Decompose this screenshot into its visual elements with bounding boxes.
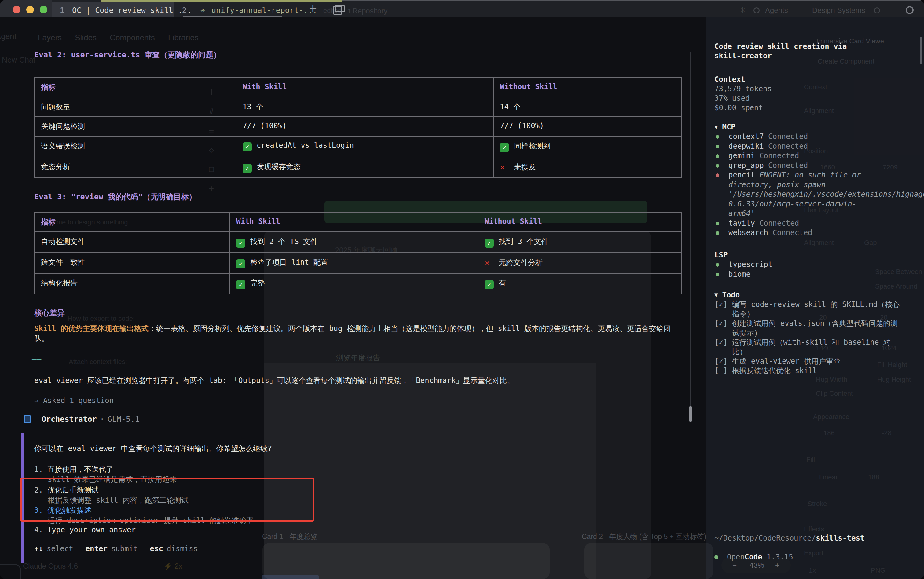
lsp-item: biome <box>714 270 886 280</box>
tab-1-code-review[interactable]: 1 OC | Code review skill ... <box>52 2 174 17</box>
cell-text: 检查了项目 lint 配置 <box>250 258 328 267</box>
status-dot-green <box>716 263 719 267</box>
ghost-alignment-label: Alignment <box>804 107 834 115</box>
check-icon: ✓ <box>485 239 494 248</box>
table-row: 结构化报告 ✓完整 ✓有 <box>35 274 682 294</box>
status-dot-green <box>716 222 719 226</box>
table-cell: 自动检测文件 <box>35 232 230 252</box>
table-cell: 关键问题检测 <box>35 117 236 136</box>
tab-number: 1 <box>60 6 64 15</box>
table-cell: 7/7 (100%) <box>494 117 683 136</box>
table-header-cell: With Skill <box>230 213 478 231</box>
checkbox-checked: [✓] <box>714 319 727 328</box>
collapse-arrow-icon: ▼ <box>714 123 718 130</box>
todo-item: [✓]生成 eval-viewer 供用户审查 <box>714 357 904 366</box>
zoom-in-button[interactable]: + <box>775 561 780 569</box>
ghost-browse-report: 浏览年度报告 <box>336 353 380 363</box>
close-button[interactable] <box>13 6 20 13</box>
mcp-item: deepwiki Connected <box>714 142 886 152</box>
mcp-item: context7 Connected <box>714 132 886 142</box>
scrollbar-thumb[interactable] <box>689 406 692 422</box>
tab-2-unify-report[interactable]: 2 ✳ unify-annual-report-... <box>174 2 292 17</box>
lsp-label: LSP <box>714 250 886 260</box>
enter-key: enter <box>85 545 108 553</box>
ghost-attach-label: Attach context files: <box>69 358 127 366</box>
table-cell: 竞态分析 <box>35 157 236 177</box>
mcp-header[interactable]: ▼MCP <box>714 122 886 132</box>
tab-number: 2 <box>182 6 187 15</box>
checkbox-unchecked: [ ] <box>714 366 727 375</box>
ghost-value: -28 <box>882 429 891 437</box>
table-header-row: 指标 With Skill Without Skill <box>35 213 682 232</box>
cross-icon: ✕ <box>500 162 509 172</box>
settings-gear-icon[interactable] <box>906 6 914 14</box>
check-icon: ✓ <box>236 239 245 248</box>
todo-item: [✓]运行测试用例（with-skill 和 baseline 对比） <box>714 338 904 357</box>
app-name-bold: Code <box>745 553 762 561</box>
terminal-window: 1 OC | Code review skill ... 2 ✳ unify-a… <box>0 0 924 579</box>
ghost-context-label: Context <box>804 83 827 91</box>
todo-header[interactable]: ▼Todo <box>714 290 904 300</box>
table-cell: ✓找到 2 个 TS 文件 <box>230 232 478 252</box>
ghost-linear-label: Linear <box>819 473 838 481</box>
mcp-section: ▼MCP context7 Connected deepwiki Connect… <box>714 122 886 238</box>
gear-icon <box>754 7 760 13</box>
cell-text: 未提及 <box>514 163 536 171</box>
minimize-button[interactable] <box>26 6 34 13</box>
new-tab-button[interactable]: + <box>306 1 319 16</box>
mcp-item: websearch Connected <box>714 228 886 238</box>
table-cell: 问题数量 <box>35 97 236 116</box>
table-cell: 7/7 (100%) <box>236 117 494 136</box>
hint-label: select <box>47 545 73 553</box>
separator-dot: · <box>100 415 105 424</box>
cell-text: 完整 <box>250 279 265 287</box>
status-dot-green <box>714 555 718 559</box>
todo-section: ▼Todo [✓]编写 code-review skill 的 SKILL.md… <box>714 290 904 376</box>
table-header-cell: 指标 <box>35 78 236 97</box>
scrollbar-track[interactable] <box>690 52 691 421</box>
ghost-fill-label: Fill <box>806 456 815 464</box>
context-label: Context <box>714 75 772 84</box>
lsp-item: typescript <box>714 260 886 270</box>
status-dot-green <box>716 135 719 139</box>
ghost-model-label: Claude Opus 4.6 <box>23 562 78 571</box>
table-cell: ✓检查了项目 lint 配置 <box>230 253 478 273</box>
table-row: 语义错误检测 ✓createdAt vs lastLogin ✓同样检测到 <box>35 136 682 157</box>
ghost-export-section: Export <box>804 549 824 557</box>
ghost-gap-label: Gap <box>864 239 877 247</box>
snowflake-icon: ✳ <box>739 5 746 15</box>
ghost-export-label: How to export to code: <box>67 314 135 322</box>
core-diff-heading: 核心差异 <box>34 308 65 318</box>
keyboard-hints: ↑↓selectentersubmitescdismiss <box>34 545 210 553</box>
cell-text: 找到 2 个 TS 文件 <box>250 237 318 246</box>
status-dot-red <box>716 173 719 177</box>
status-dot-green <box>716 273 719 276</box>
option-4[interactable]: 4.Type your own answer <box>34 525 136 534</box>
app-name-dim: Open <box>727 553 745 561</box>
todo-item: [ ]根据反馈迭代优化 skill <box>714 366 904 376</box>
zoom-out-button[interactable]: − <box>732 561 737 569</box>
table-cell: ✓发现缓存竞态 <box>236 157 494 177</box>
question-prompt: 你可以在 eval-viewer 中查看每个测试的详细输出。你希望怎么继续? <box>34 444 272 453</box>
orchestrator-icon <box>24 415 31 423</box>
esc-key: esc <box>150 545 163 553</box>
checkbox-checked: [✓] <box>714 357 727 366</box>
asked-question-status: → Asked 1 question <box>34 396 114 405</box>
cell-text: 无跨文件分析 <box>499 258 543 267</box>
status-dot-green <box>716 231 719 235</box>
option-1[interactable]: 1.直接使用，不迭代了 <box>34 465 113 474</box>
table-header-cell: Without Skill <box>478 213 683 231</box>
zoom-button[interactable] <box>40 6 48 13</box>
ghost-edited-label: edited <box>323 7 342 15</box>
table-cell: 结构化报告 <box>35 274 230 294</box>
working-directory: ~/Desktop/CodeResource/skills-test <box>714 533 864 543</box>
app-version-row: OpenCode 1.3.15 <box>714 553 793 562</box>
table-cell: 跨文件一致性 <box>35 253 230 273</box>
modified-indicator-icon: ✳ <box>200 5 205 14</box>
table-cell: ✓有 <box>478 274 683 294</box>
cell-text: 同样检测到 <box>514 142 550 150</box>
todo-item: [✓]创建测试用例 evals.json（含典型代码问题的测试提示） <box>714 319 904 338</box>
sidebar-scrollbar[interactable] <box>920 37 922 64</box>
eval2-table: 指标 With Skill Without Skill 问题数量 13 个 14… <box>34 77 682 178</box>
check-icon: ✓ <box>485 280 494 289</box>
